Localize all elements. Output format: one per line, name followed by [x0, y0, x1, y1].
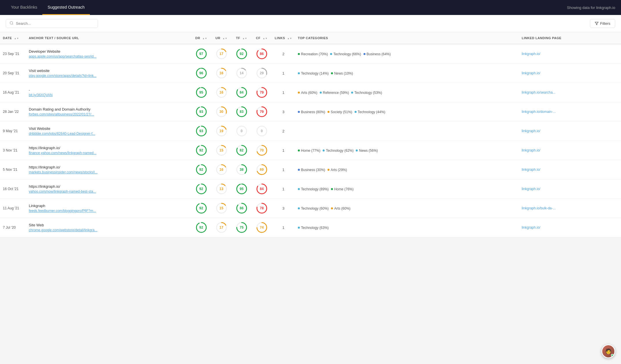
score-badge: 15: [215, 202, 228, 214]
col-header-links[interactable]: LINKS ▲▼: [272, 32, 295, 44]
anchor-cell: Site Web chrome.google.com/webstore/deta…: [26, 218, 191, 237]
anchor-url[interactable]: bit.ly/36XQVAN: [29, 93, 104, 97]
score-badge: 97: [195, 48, 207, 60]
landing-cell[interactable]: linkgraph.io/domain-...: [519, 102, 621, 122]
anchor-cell: Visit Website dribbble.com/jobs/82640-Le…: [26, 122, 191, 141]
category-dot: [298, 72, 300, 74]
score-badge: 16: [215, 67, 228, 79]
category-dot: [327, 169, 330, 171]
tab-your-backlinks[interactable]: Your Backlinks: [6, 0, 42, 15]
links-cell: 1: [272, 179, 295, 199]
col-header-ur[interactable]: UR ▲▼: [211, 32, 232, 44]
col-header-categories: TOP CATEGORIES: [295, 32, 519, 44]
ur-cell: 15: [211, 199, 232, 218]
category-tag: Home (77%): [298, 149, 320, 153]
date-cell: 9 May '21: [0, 122, 26, 141]
anchor-url[interactable]: markets.businessinsider.com/news/stocks/…: [29, 170, 104, 174]
anchor-title: Developer Website: [29, 49, 188, 54]
score-badge: 93: [195, 125, 207, 137]
col-header-cf[interactable]: CF ▲▼: [252, 32, 272, 44]
landing-cell[interactable]: linkgraph.io/: [519, 64, 621, 83]
table-header: DATE ▲▼ ANCHOR TEXT / SOURCE URL DR ▲▼ U…: [0, 32, 621, 44]
category-tag: Technology (60%): [298, 206, 329, 211]
score-badge: 13: [215, 183, 228, 195]
category-tag: Society (51%): [327, 110, 352, 114]
top-navigation: Your Backlinks Suggested Outreach Showin…: [0, 0, 621, 15]
anchor-cell: https://linkgraph.io/ finance.yahoo.com/…: [26, 141, 191, 160]
anchor-url[interactable]: apps.apple.com/us/app/searchatlas-seo/id…: [29, 54, 104, 58]
col-header-date[interactable]: DATE ▲▼: [0, 32, 26, 44]
anchor-url[interactable]: yahoo.com/now/linkgraph-named-best-sta..…: [29, 189, 104, 194]
sort-dr-icon[interactable]: ▲▼: [202, 37, 207, 40]
anchor-url[interactable]: dribbble.com/jobs/82640-Lead-Designer-f.…: [29, 132, 104, 136]
col-header-anchor[interactable]: ANCHOR TEXT / SOURCE URL: [26, 32, 191, 44]
score-badge: 95: [236, 183, 248, 195]
table-row: 16 Oct '21 https://linkgraph.io/ yahoo.c…: [0, 179, 621, 199]
date-cell: 3 Nov '21: [0, 141, 26, 160]
search-input[interactable]: [16, 21, 94, 26]
landing-cell[interactable]: linkgraph.io/bulk-da-...: [519, 199, 621, 218]
category-tag: Business (64%): [363, 52, 391, 56]
category-dot: [298, 92, 300, 94]
category-tag: News (10%): [331, 71, 353, 75]
landing-cell[interactable]: linkgraph.io/: [519, 218, 621, 237]
filters-button[interactable]: Filters: [590, 19, 615, 28]
search-container[interactable]: [6, 19, 98, 28]
tf-cell: 75: [232, 218, 252, 237]
category-tag: Business (80%): [298, 110, 325, 114]
anchor-url[interactable]: feeds.feedburner.com/bloggingpro/PfjF?m.…: [29, 209, 104, 213]
score-badge: 93: [195, 106, 207, 118]
score-badge: 30: [215, 106, 228, 118]
landing-cell[interactable]: linkgraph.io/: [519, 141, 621, 160]
categories-cell: Business (30%) Arts (29%): [295, 160, 519, 179]
sort-ur-icon[interactable]: ▲▼: [223, 37, 228, 40]
date-cell: 7 Jul '20: [0, 218, 26, 237]
score-badge: 92: [195, 221, 207, 234]
category-dot: [298, 188, 300, 190]
score-badge: 92: [195, 202, 207, 214]
col-header-tf[interactable]: TF ▲▼: [232, 32, 252, 44]
score-badge: 0: [256, 125, 268, 137]
score-badge: 75: [236, 221, 248, 234]
anchor-url[interactable]: chrome.google.com/webstore/detail/linkgr…: [29, 228, 104, 232]
links-cell: 2: [272, 44, 295, 64]
landing-cell[interactable]: linkgraph.io/: [519, 44, 621, 64]
sort-links-icon[interactable]: ▲▼: [287, 37, 292, 40]
col-header-dr[interactable]: DR ▲▼: [191, 32, 211, 44]
landing-cell[interactable]: linkgraph.io/: [519, 179, 621, 199]
category-dot: [298, 149, 300, 151]
table-row: 23 Sep '21 Developer Website apps.apple.…: [0, 44, 621, 64]
anchor-url[interactable]: finance.yahoo.com/news/linkgraph-named..…: [29, 151, 104, 155]
tab-suggested-outreach[interactable]: Suggested Outreach: [42, 0, 90, 15]
score-badge: 69: [256, 164, 268, 176]
landing-cell[interactable]: linkgraph.io/: [519, 122, 621, 141]
anchor-url[interactable]: forbes.com/sites/allbusiness/2022/01/27/…: [29, 112, 104, 116]
ur-cell: 16: [211, 160, 232, 179]
ur-cell: 19: [211, 122, 232, 141]
sort-tf-icon[interactable]: ▲▼: [242, 37, 247, 40]
anchor-cell: https://linkgraph.io/ markets.businessin…: [26, 160, 191, 179]
links-cell: 1: [272, 160, 295, 179]
tf-cell: 84: [232, 83, 252, 102]
landing-cell[interactable]: linkgraph.io/searcha...: [519, 83, 621, 102]
category-dot: [330, 53, 332, 55]
dr-cell: 92: [191, 160, 211, 179]
showing-data-label: Showing data for linkgraph.io: [567, 5, 615, 10]
table-row: 3 Nov '21 https://linkgraph.io/ finance.…: [0, 141, 621, 160]
sort-date-icon[interactable]: ▲▼: [14, 37, 19, 40]
tf-cell: 95: [232, 179, 252, 199]
category-dot: [298, 53, 300, 55]
toolbar: Filters: [0, 15, 621, 32]
links-cell: 1: [272, 64, 295, 83]
table-row: 11 Aug '21 Linkgraph feeds.feedburner.co…: [0, 199, 621, 218]
category-dot: [323, 149, 325, 151]
anchor-url[interactable]: play.google.com/store/apps/details?id=li…: [29, 74, 104, 78]
landing-cell[interactable]: linkgraph.io/: [519, 160, 621, 179]
ur-cell: 17: [211, 218, 232, 237]
category-tag: Arts (60%): [331, 206, 351, 211]
categories-cell: Home (77%) Technology (62%) News (56%): [295, 141, 519, 160]
nav-tabs: Your Backlinks Suggested Outreach: [6, 0, 90, 15]
score-badge: 92: [195, 144, 207, 156]
category-dot: [363, 53, 366, 55]
sort-cf-icon[interactable]: ▲▼: [263, 37, 268, 40]
